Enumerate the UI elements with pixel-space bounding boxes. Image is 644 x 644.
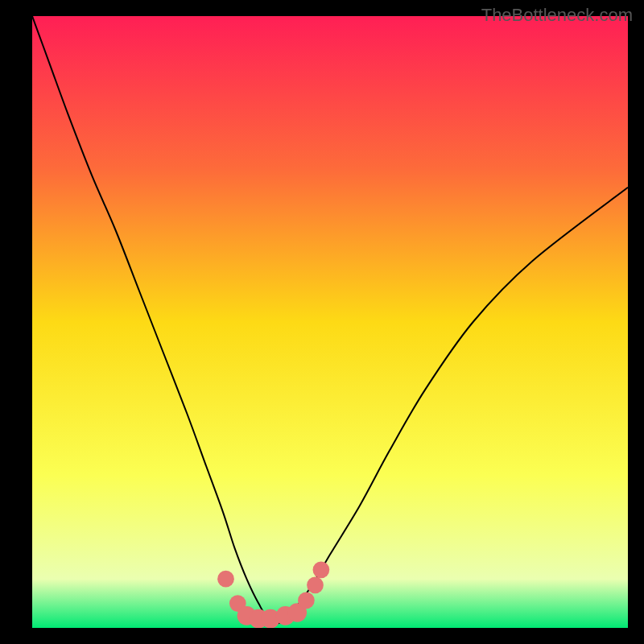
chart-canvas — [32, 16, 628, 628]
marker-dot — [307, 576, 324, 593]
bottleneck-chart — [32, 16, 628, 628]
marker-dot — [217, 571, 234, 588]
marker-dot — [298, 592, 315, 609]
watermark-text: TheBottleneck.com — [481, 5, 633, 26]
chart-gradient-background — [32, 16, 628, 628]
marker-dot — [313, 561, 330, 578]
